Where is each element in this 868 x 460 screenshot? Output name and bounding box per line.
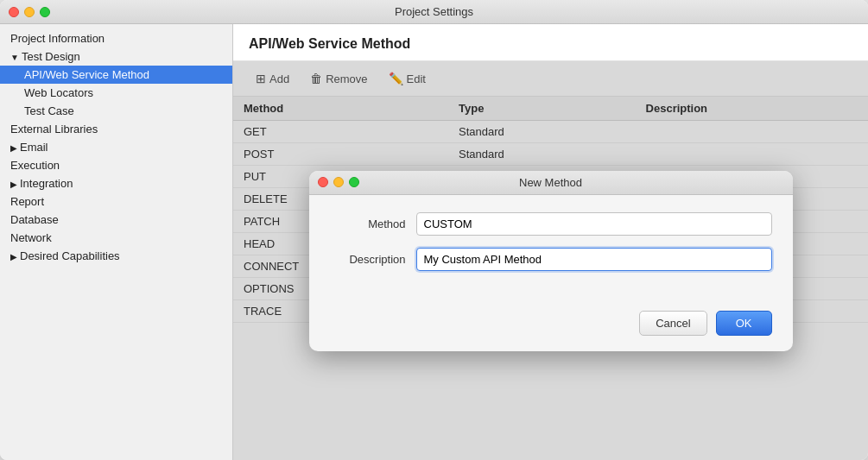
method-label: Method [330, 217, 416, 230]
ok-button[interactable]: OK [716, 311, 772, 336]
description-input[interactable] [416, 248, 772, 271]
description-label: Description [330, 253, 416, 266]
modal-body: Method Description [309, 195, 793, 300]
chevron-right-icon: ▶ [10, 143, 17, 153]
main-window: Project Settings Project Information ▼Te… [0, 0, 868, 460]
sidebar-item-label: External Libraries [10, 123, 98, 135]
modal-titlebar: New Method [309, 171, 793, 195]
sidebar: Project Information ▼Test Design API/Web… [0, 24, 233, 460]
zoom-button[interactable] [40, 7, 50, 17]
sidebar-item-label: Report [10, 195, 44, 208]
sidebar-item-label: Desired Capabilities [20, 249, 120, 262]
sidebar-item-network[interactable]: Network [0, 229, 232, 247]
sidebar-item-label: Database [10, 213, 59, 226]
content-wrapper: ⊞ Add 🗑 Remove ✏️ Edit [233, 61, 868, 460]
sidebar-item-test-case[interactable]: Test Case [0, 102, 232, 120]
method-input[interactable] [416, 212, 772, 236]
chevron-right-icon: ▶ [10, 180, 17, 189]
sidebar-item-test-design[interactable]: ▼Test Design [0, 47, 232, 66]
sidebar-item-label: Execution [10, 159, 60, 172]
modal-title: New Method [519, 176, 582, 189]
minimize-button[interactable] [24, 7, 35, 17]
description-row: Description [330, 248, 772, 271]
method-row: Method [330, 212, 772, 236]
chevron-right-icon: ▶ [10, 252, 17, 262]
titlebar: Project Settings [0, 0, 868, 24]
cancel-button[interactable]: Cancel [639, 311, 706, 336]
sidebar-item-integration[interactable]: ▶Integration [0, 174, 232, 192]
page-title: API/Web Service Method [249, 36, 852, 52]
modal-traffic-lights [318, 177, 359, 187]
sidebar-item-label: Network [10, 231, 52, 244]
sidebar-item-external-libraries[interactable]: External Libraries [0, 120, 232, 138]
close-button[interactable] [9, 7, 19, 17]
new-method-modal: New Method Method Description [309, 171, 793, 351]
sidebar-item-label: Test Case [24, 104, 74, 117]
sidebar-item-email[interactable]: ▶Email [0, 138, 232, 156]
sidebar-item-label: Email [20, 141, 48, 154]
traffic-lights [9, 7, 50, 17]
modal-close-button[interactable] [318, 177, 328, 187]
sidebar-item-label: API/Web Service Method [24, 68, 149, 81]
modal-minimize-button[interactable] [333, 177, 344, 187]
content-header: API/Web Service Method [233, 24, 868, 61]
sidebar-item-execution[interactable]: Execution [0, 156, 232, 174]
chevron-down-icon: ▼ [10, 53, 19, 62]
window-title: Project Settings [395, 5, 473, 18]
sidebar-item-label: Test Design [22, 50, 80, 63]
modal-zoom-button[interactable] [349, 177, 359, 187]
sidebar-item-report[interactable]: Report [0, 192, 232, 211]
sidebar-item-web-locators[interactable]: Web Locators [0, 84, 232, 102]
sidebar-item-desired-capabilities[interactable]: ▶Desired Capabilities [0, 247, 232, 265]
sidebar-item-label: Project Information [10, 32, 105, 45]
main-content: Project Information ▼Test Design API/Web… [0, 24, 868, 460]
sidebar-item-label: Integration [20, 177, 73, 190]
sidebar-item-database[interactable]: Database [0, 211, 232, 229]
modal-footer: Cancel OK [309, 300, 793, 351]
sidebar-item-api-web-service-method[interactable]: API/Web Service Method [0, 66, 232, 84]
sidebar-item-label: Web Locators [24, 86, 93, 99]
modal-overlay: New Method Method Description [233, 61, 868, 460]
content-panel: API/Web Service Method ⊞ Add 🗑 Remove ✏️ [233, 24, 868, 460]
sidebar-item-project-information[interactable]: Project Information [0, 29, 232, 47]
